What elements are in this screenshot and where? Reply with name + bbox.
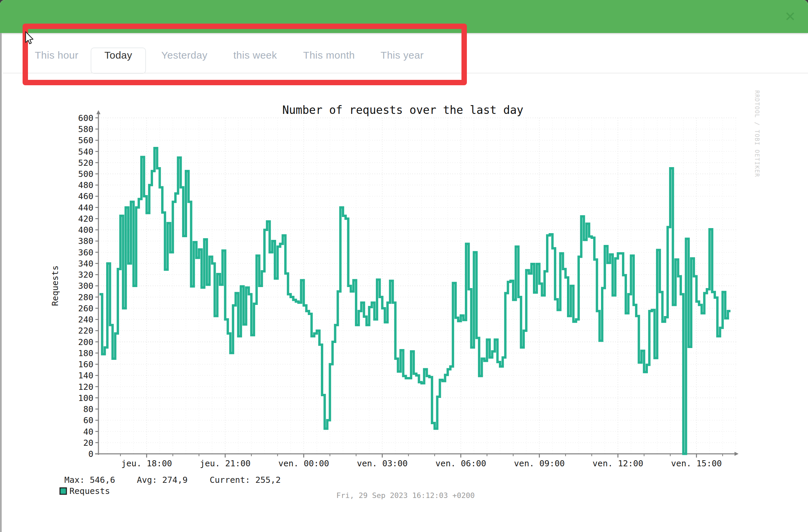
svg-text:Avg: 274,9: Avg: 274,9 (137, 475, 188, 485)
svg-text:20: 20 (83, 438, 93, 448)
svg-text:60: 60 (83, 415, 93, 425)
svg-text:580: 580 (78, 124, 93, 134)
svg-text:Requests: Requests (70, 486, 110, 496)
svg-text:Number of requests over the la: Number of requests over the last day (282, 103, 523, 117)
svg-text:ven. 12:00: ven. 12:00 (593, 459, 643, 468)
svg-text:Current: 255,2: Current: 255,2 (210, 475, 281, 485)
svg-text:480: 480 (78, 180, 93, 190)
svg-text:Fri, 29 Sep 2023 16:12:03 +020: Fri, 29 Sep 2023 16:12:03 +0200 (336, 491, 475, 500)
svg-text:420: 420 (78, 214, 93, 224)
svg-text:jeu. 18:00: jeu. 18:00 (121, 459, 172, 468)
svg-text:380: 380 (78, 236, 93, 246)
svg-text:280: 280 (78, 292, 93, 302)
svg-text:400: 400 (78, 225, 93, 235)
svg-text:200: 200 (78, 337, 93, 347)
svg-text:520: 520 (78, 158, 93, 168)
svg-text:ven. 06:00: ven. 06:00 (436, 459, 486, 468)
svg-text:100: 100 (78, 393, 93, 403)
svg-text:600: 600 (78, 113, 93, 123)
svg-text:Max: 546,6: Max: 546,6 (65, 475, 115, 485)
report-modal: ✕ This hour Today Yesterday this week Th… (0, 0, 808, 532)
svg-text:340: 340 (78, 259, 93, 268)
svg-text:320: 320 (78, 270, 93, 280)
svg-text:140: 140 (78, 370, 93, 380)
svg-text:260: 260 (78, 304, 93, 314)
svg-text:220: 220 (78, 326, 93, 336)
svg-text:120: 120 (78, 382, 93, 392)
svg-text:RRDTOOL / TOBI OETIKER: RRDTOOL / TOBI OETIKER (754, 90, 760, 177)
svg-text:560: 560 (78, 135, 93, 145)
svg-text:ven. 03:00: ven. 03:00 (357, 459, 408, 468)
svg-text:ven. 09:00: ven. 09:00 (514, 459, 565, 468)
svg-text:500: 500 (78, 169, 93, 179)
svg-text:360: 360 (78, 248, 93, 258)
svg-text:40: 40 (83, 427, 93, 437)
svg-text:180: 180 (78, 348, 93, 358)
svg-text:300: 300 (78, 281, 93, 291)
svg-text:jeu. 21:00: jeu. 21:00 (200, 459, 251, 468)
svg-text:80: 80 (83, 404, 93, 414)
svg-text:540: 540 (78, 147, 93, 157)
svg-text:ven. 00:00: ven. 00:00 (278, 459, 329, 468)
svg-text:Requests: Requests (50, 266, 60, 306)
svg-text:ven. 15:00: ven. 15:00 (671, 459, 722, 468)
svg-text:460: 460 (78, 191, 93, 201)
svg-text:0: 0 (88, 449, 93, 459)
svg-text:160: 160 (78, 360, 93, 369)
requests-chart: 0204060801001201401601802002202402602803… (0, 0, 808, 532)
svg-text:240: 240 (78, 315, 93, 324)
svg-text:440: 440 (78, 203, 93, 213)
